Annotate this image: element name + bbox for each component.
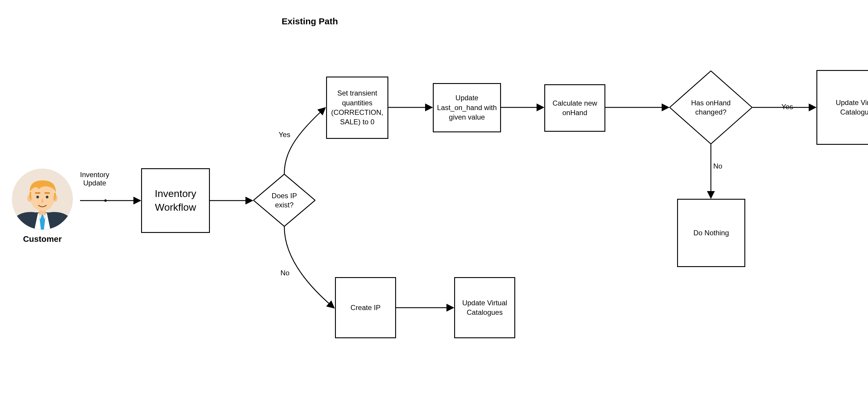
edge-label-yes-2: Yes [781,103,793,111]
edge-label-no-2: No [713,162,722,170]
node-does-ip-exist-label: Does IP exist? [253,174,315,227]
customer-label: Customer [18,234,67,244]
node-create-ip: Create IP [335,277,396,338]
node-has-onhand-changed-label: Has onHand changed? [670,70,752,144]
node-update-virtual-catalogues-bottom: Update Virtual Catalogues [454,277,515,338]
svg-point-9 [46,196,49,199]
svg-rect-7 [44,192,50,194]
node-do-nothing: Do Nothing [677,199,745,267]
node-does-ip-exist: Does IP exist? [253,174,315,227]
diagram-title: Existing Path [282,16,338,26]
node-set-transient: Set transient quantities (CORRECTION, SA… [326,77,389,139]
node-has-onhand-changed: Has onHand changed? [670,70,752,144]
node-inventory-workflow: Inventory Workflow [141,168,210,233]
diagram-canvas: Existing Path [0,0,868,405]
svg-rect-6 [35,192,40,194]
node-update-last-on-hand: Update Last_on_hand with given value [433,83,501,132]
node-update-virtual-catalogues-top: Update Virtual Catalogues [816,70,868,145]
svg-point-13 [104,199,107,202]
svg-point-8 [36,196,39,199]
edge-label-yes-1: Yes [279,131,290,139]
node-calculate-new-onhand: Calculate new onHand [544,84,606,132]
edge-label-no-1: No [280,269,290,277]
customer-avatar-icon [12,169,73,230]
edge-label-inventory-update: Inventory Update [80,171,110,187]
